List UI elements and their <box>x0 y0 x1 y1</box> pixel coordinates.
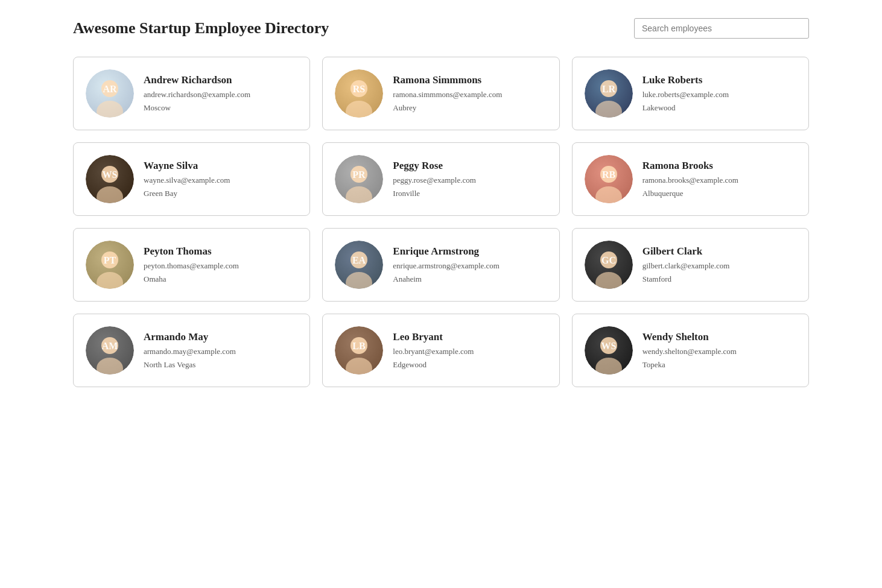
employee-info: Leo Bryantleo.bryant@example.comEdgewood <box>393 331 474 370</box>
svg-text:RS: RS <box>353 84 366 94</box>
svg-text:WS: WS <box>601 341 616 351</box>
employee-card[interactable]: PR Peggy Rosepeggy.rose@example.comIronv… <box>322 142 559 216</box>
employee-email: wayne.silva@example.com <box>144 175 230 185</box>
employee-email: peggy.rose@example.com <box>393 175 475 185</box>
employee-avatar: GC <box>585 241 633 289</box>
svg-text:RB: RB <box>602 169 616 180</box>
employee-name: Wayne Silva <box>144 160 230 172</box>
employee-avatar: AM <box>86 326 134 375</box>
employee-email: armando.may@example.com <box>144 347 236 356</box>
employee-avatar: AR <box>86 69 134 118</box>
employee-name: Peggy Rose <box>393 160 475 172</box>
svg-text:EA: EA <box>352 255 366 265</box>
employee-email: enrique.armstrong@example.com <box>393 261 500 271</box>
employee-card[interactable]: AR Andrew Richardsonandrew.richardson@ex… <box>73 57 310 130</box>
employee-avatar: WS <box>585 326 633 375</box>
employee-avatar: PR <box>335 155 383 203</box>
employee-info: Luke Robertsluke.roberts@example.comLake… <box>642 74 729 113</box>
employee-email: andrew.richardson@example.com <box>144 90 250 100</box>
employee-city: Omaha <box>144 274 239 284</box>
employee-name: Peyton Thomas <box>144 245 239 258</box>
employee-email: peyton.thomas@example.com <box>144 261 239 271</box>
employee-info: Ramona Brooksramona.brooks@example.comAl… <box>642 160 738 198</box>
employee-email: wendy.shelton@example.com <box>642 347 737 356</box>
employee-email: ramona.simmmons@example.com <box>393 90 502 100</box>
svg-text:LB: LB <box>353 341 366 351</box>
employee-info: Ramona Simmmonsramona.simmmons@example.c… <box>393 74 502 113</box>
employee-email: leo.bryant@example.com <box>393 347 474 356</box>
employee-city: Lakewood <box>642 103 729 113</box>
employee-avatar: PT <box>86 241 134 289</box>
employee-name: Enrique Armstrong <box>393 245 500 258</box>
employee-card[interactable]: EA Enrique Armstrongenrique.armstrong@ex… <box>322 228 559 302</box>
employee-info: Peggy Rosepeggy.rose@example.comIronvill… <box>393 160 475 198</box>
employee-avatar: RS <box>335 69 383 118</box>
employee-avatar: EA <box>335 241 383 289</box>
employee-info: Wendy Sheltonwendy.shelton@example.comTo… <box>642 331 737 370</box>
employee-email: gilbert.clark@example.com <box>642 261 730 271</box>
employee-name: Leo Bryant <box>393 331 474 343</box>
employee-info: Gilbert Clarkgilbert.clark@example.comSt… <box>642 245 730 284</box>
employee-name: Armando May <box>144 331 236 343</box>
employee-grid: AR Andrew Richardsonandrew.richardson@ex… <box>73 57 809 387</box>
page-title: Awesome Startup Employee Directory <box>73 19 329 37</box>
employee-avatar: RB <box>585 155 633 203</box>
svg-text:PR: PR <box>353 169 366 180</box>
employee-city: Aubrey <box>393 103 502 113</box>
employee-name: Gilbert Clark <box>642 245 730 258</box>
employee-info: Armando Mayarmando.may@example.comNorth … <box>144 331 236 370</box>
employee-card[interactable]: WS Wendy Sheltonwendy.shelton@example.co… <box>572 314 809 387</box>
employee-card[interactable]: AM Armando Mayarmando.may@example.comNor… <box>73 314 310 387</box>
search-input[interactable] <box>634 18 809 39</box>
employee-info: Andrew Richardsonandrew.richardson@examp… <box>144 74 250 113</box>
employee-city: Stamford <box>642 274 730 284</box>
employee-card[interactable]: RB Ramona Brooksramona.brooks@example.co… <box>572 142 809 216</box>
employee-city: Edgewood <box>393 360 474 370</box>
employee-name: Luke Roberts <box>642 74 729 86</box>
employee-city: Topeka <box>642 360 737 370</box>
employee-card[interactable]: LR Luke Robertsluke.roberts@example.comL… <box>572 57 809 130</box>
employee-city: Albuquerque <box>642 189 738 198</box>
employee-city: Anaheim <box>393 274 500 284</box>
employee-name: Ramona Brooks <box>642 160 738 172</box>
employee-card[interactable]: PT Peyton Thomaspeyton.thomas@example.co… <box>73 228 310 302</box>
svg-text:AM: AM <box>102 341 118 351</box>
employee-name: Andrew Richardson <box>144 74 250 86</box>
employee-city: North Las Vegas <box>144 360 236 370</box>
employee-card[interactable]: GC Gilbert Clarkgilbert.clark@example.co… <box>572 228 809 302</box>
svg-text:LR: LR <box>602 84 616 94</box>
employee-city: Ironville <box>393 189 475 198</box>
svg-text:AR: AR <box>103 84 117 94</box>
employee-info: Wayne Silvawayne.silva@example.comGreen … <box>144 160 230 198</box>
employee-card[interactable]: WS Wayne Silvawayne.silva@example.comGre… <box>73 142 310 216</box>
employee-city: Moscow <box>144 103 250 113</box>
employee-avatar: WS <box>86 155 134 203</box>
employee-avatar: LR <box>585 69 633 118</box>
employee-info: Enrique Armstrongenrique.armstrong@examp… <box>393 245 500 284</box>
svg-text:WS: WS <box>103 169 118 180</box>
svg-text:GC: GC <box>601 255 616 265</box>
employee-name: Wendy Shelton <box>642 331 737 343</box>
employee-card[interactable]: LB Leo Bryantleo.bryant@example.comEdgew… <box>322 314 559 387</box>
employee-email: luke.roberts@example.com <box>642 90 729 100</box>
employee-name: Ramona Simmmons <box>393 74 502 86</box>
employee-card[interactable]: RS Ramona Simmmonsramona.simmmons@exampl… <box>322 57 559 130</box>
employee-email: ramona.brooks@example.com <box>642 175 738 185</box>
svg-text:PT: PT <box>104 255 116 265</box>
employee-city: Green Bay <box>144 189 230 198</box>
page-wrapper: Awesome Startup Employee Directory <box>55 0 827 399</box>
employee-info: Peyton Thomaspeyton.thomas@example.comOm… <box>144 245 239 284</box>
employee-avatar: LB <box>335 326 383 375</box>
header: Awesome Startup Employee Directory <box>73 12 809 39</box>
